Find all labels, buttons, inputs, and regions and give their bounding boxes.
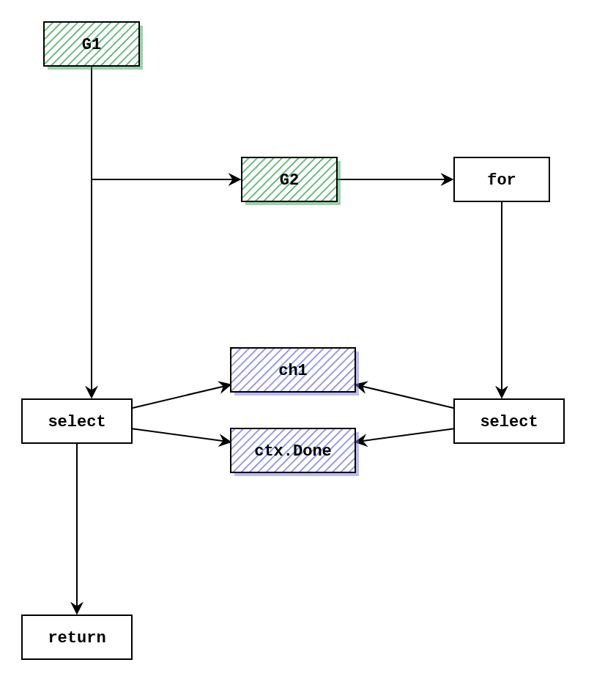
node-g1: G1 bbox=[44, 22, 143, 70]
node-label-select2: select bbox=[480, 413, 538, 431]
edge-select2-ch1 bbox=[355, 385, 454, 408]
node-label-for: for bbox=[487, 171, 516, 190]
node-for: for bbox=[454, 157, 549, 201]
node-label-ch1: ch1 bbox=[278, 362, 308, 380]
node-select1: select bbox=[22, 399, 132, 443]
node-ch1: ch1 bbox=[231, 348, 359, 396]
edge-select1-ctxdone bbox=[132, 428, 231, 442]
node-label-select1: select bbox=[48, 413, 105, 431]
edge-select1-ch1 bbox=[132, 385, 231, 408]
node-g2: G2 bbox=[242, 157, 341, 205]
edge-select2-ctxdone bbox=[355, 428, 454, 442]
node-label-g2: G2 bbox=[280, 171, 299, 190]
node-return: return bbox=[22, 615, 132, 659]
node-label-return: return bbox=[48, 629, 105, 647]
flowchart-canvas: G1G2forselectselectch1ctx.Donereturn bbox=[0, 0, 616, 698]
node-select2: select bbox=[454, 399, 564, 443]
node-ctxdone: ctx.Done bbox=[231, 428, 359, 476]
node-label-g1: G1 bbox=[82, 36, 101, 54]
node-label-ctxdone: ctx.Done bbox=[254, 442, 332, 461]
